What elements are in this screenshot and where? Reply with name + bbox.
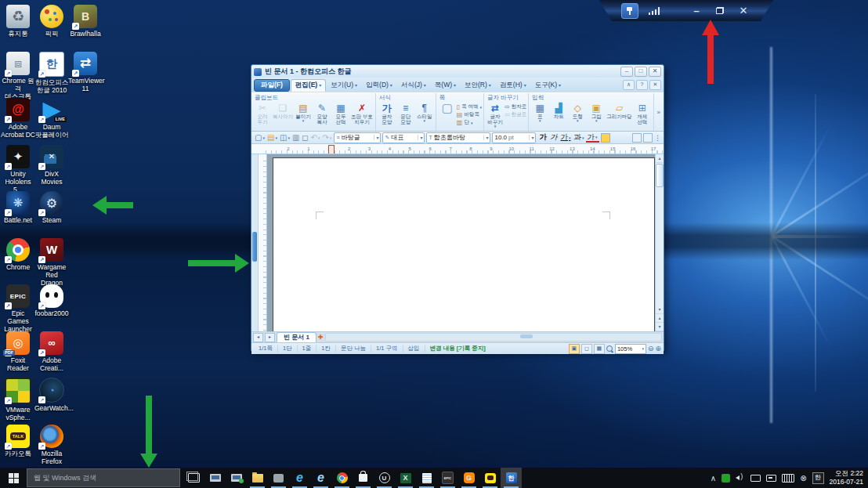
desktop-icon-steam[interactable]: ⚙↗Steam xyxy=(34,191,69,224)
help-button[interactable]: ? xyxy=(636,80,648,90)
ribbon-item-select-all[interactable]: ▦모두 선택 xyxy=(331,103,350,125)
taskbar-app-internet-explorer[interactable]: e xyxy=(310,468,331,488)
char-format-button-2[interactable]: 가 xyxy=(548,132,559,143)
left-scrollbar[interactable] xyxy=(251,154,259,331)
taskbar-app-chrome[interactable] xyxy=(331,468,353,488)
taskbar-app-network-pc[interactable] xyxy=(226,468,247,488)
ribbon-collapse-button[interactable]: ∧ xyxy=(623,80,635,90)
taskbar-app-kakaotalk[interactable] xyxy=(479,468,501,488)
tab-nav-left-button[interactable]: ◂ xyxy=(253,333,263,342)
taskbar-app-settings-gray[interactable] xyxy=(268,468,289,488)
font-select[interactable]: T함초롬바탕▾ xyxy=(426,132,490,143)
print-button[interactable]: ▥ xyxy=(291,133,300,142)
ribbon-item-page[interactable]: ▢ xyxy=(438,103,457,114)
tray-shield-x-icon[interactable]: ⊗ xyxy=(800,474,806,483)
tray-display-chat-icon[interactable] xyxy=(766,475,776,482)
desktop-icon-foxit[interactable]: ◎↗PDFFoxit Reader xyxy=(1,331,35,372)
horizontal-scrollbar-thumb[interactable] xyxy=(520,334,533,338)
desktop-icon-potplayer[interactable]: ▶↗LIVEDaum 팟플레이어 xyxy=(34,98,69,139)
desktop-icon-acrobat[interactable]: @↗Adobe Acrobat DC xyxy=(1,98,35,139)
taskbar-app-task-view[interactable] xyxy=(183,468,204,488)
ribbon-item-to-hangul[interactable]: ⇦한글로 xyxy=(505,111,526,118)
previous-page-button[interactable]: ▴ xyxy=(656,314,664,323)
desktop-icon-vmware[interactable]: ↗VMware vSphe... xyxy=(1,378,35,421)
desktop-icon-adobecc[interactable]: ∞↗Adobe Creati... xyxy=(34,331,69,372)
char-format-button-4[interactable]: 과▾ xyxy=(573,132,586,143)
taskbar-clock[interactable]: 오전 2:22 2016-07-21 xyxy=(830,469,863,486)
connection-quality-button[interactable] xyxy=(646,4,662,18)
ribbon-item-char-convert[interactable]: ⇄글자 바꾸기▾ xyxy=(486,103,505,129)
right-scrollbar[interactable]: ▴ ▾ ▴ ▾ xyxy=(655,154,664,331)
char-format-button-5[interactable]: 가▾ xyxy=(586,133,599,143)
desktop-icon-chrome-remote[interactable]: ⧈↗Chrome 원격 데스크톱 xyxy=(1,52,35,101)
window-titlebar[interactable]: 빈 문서 1 - 한컴오피스 한글 – □ ✕ xyxy=(251,65,664,78)
ribbon-item-style[interactable]: ¶스타일▾ xyxy=(415,103,434,124)
zoom-level-select[interactable]: 105%▾ xyxy=(615,344,646,354)
desktop-icon-firefox[interactable]: ↗Mozilla Firefox xyxy=(34,425,69,465)
taskbar-app-epic[interactable]: EPIC xyxy=(437,468,458,488)
desktop-icon-battlenet[interactable]: ❋↗Battle.net xyxy=(1,191,35,224)
ruler-origin-marker[interactable] xyxy=(328,145,335,154)
desktop-icon-foobar[interactable]: ↗foobar2000 xyxy=(34,284,69,317)
taskbar-app-unreal[interactable]: U xyxy=(374,468,395,488)
tab-nav-right-button[interactable]: ▸ xyxy=(265,333,275,342)
desktop-icon-chrome-browser[interactable]: ↗Chrome xyxy=(1,238,35,271)
ribbon-item-shape[interactable]: ◇도형▾ xyxy=(568,103,587,124)
document-page[interactable] xyxy=(273,157,655,331)
ribbon-item-chart[interactable]: ▟차트 xyxy=(549,103,568,119)
scroll-down-button[interactable]: ▾ xyxy=(656,305,664,314)
toolbar-restore-button[interactable] xyxy=(712,4,728,18)
undo-button[interactable]: ↶▾ xyxy=(310,133,321,142)
taskbar-search-input[interactable]: 웹 및 Windows 검색 xyxy=(27,468,180,487)
start-button[interactable] xyxy=(0,468,27,488)
ribbon-item-table[interactable]: ▦표▾ xyxy=(530,103,549,124)
toolbar-overflow-icon[interactable]: ⋮ xyxy=(654,134,661,142)
desktop-icon-divx[interactable]: ✕↗DivX Movies xyxy=(34,145,69,186)
highlight-color-button[interactable] xyxy=(601,133,610,143)
char-format-button-1[interactable]: 가 xyxy=(537,132,548,143)
window-maximize-button[interactable]: □ xyxy=(635,67,647,77)
next-page-button[interactable]: ▾ xyxy=(656,323,664,331)
zoom-magnifier-icon[interactable] xyxy=(606,345,613,352)
ribbon-item-to-hanja[interactable]: ⇨한자로 xyxy=(505,103,526,110)
taskbar-app-g-player[interactable]: G xyxy=(458,468,479,488)
outline-select[interactable]: ✎대표▾ xyxy=(382,132,425,143)
tray-chevron-icon[interactable]: ∧ xyxy=(711,474,716,483)
tray-keyboard-icon[interactable] xyxy=(782,474,794,483)
ribbon-overflow-button[interactable]: » xyxy=(654,93,664,131)
horizontal-scrollbar[interactable] xyxy=(325,333,662,342)
desktop-icon-picpick[interactable]: 픽픽 xyxy=(34,5,69,38)
ribbon-item-paste[interactable]: ▤붙이기▾ xyxy=(294,103,313,124)
ribbon-item-format-copy[interactable]: ✎모양 복사 xyxy=(313,103,331,125)
menu-item-4[interactable]: 입력(D)▾ xyxy=(362,80,396,91)
style-select[interactable]: ≡바탕글▾ xyxy=(334,132,381,143)
toolbar-close-button[interactable]: ✕ xyxy=(736,4,751,18)
view-mode-wide-button[interactable]: ◻ xyxy=(581,344,592,354)
desktop-icon-brawlhalla[interactable]: B↗Brawlhalla xyxy=(68,5,103,38)
zoom-in-button[interactable]: ⊕ xyxy=(655,345,661,352)
taskbar-app-file-explorer[interactable] xyxy=(247,468,268,488)
menu-item-1[interactable]: 파일(F) xyxy=(254,79,290,92)
ribbon-item-columns[interactable]: ▥단▾ xyxy=(457,119,482,126)
taskbar-app-hangul[interactable]: 한 xyxy=(501,468,522,488)
desktop-icon-unity[interactable]: ✦↗Unity Hololens 5... xyxy=(1,145,35,194)
menu-item-6[interactable]: 쪽(W)▾ xyxy=(431,80,460,91)
toolbar-minimize-button[interactable]: – xyxy=(689,4,704,18)
preview-button[interactable]: ◻ xyxy=(301,133,309,142)
ribbon-item-clipart[interactable]: ▱그리기마당 xyxy=(606,103,633,119)
open-button[interactable]: ▤▾ xyxy=(266,133,278,142)
ribbon-item-erase-marks[interactable]: ✗조판 부호 지우기 xyxy=(350,103,374,125)
desktop-icon-teamviewer[interactable]: ⇄↗TeamViewer 11 xyxy=(68,52,103,92)
ribbon-item-object-select[interactable]: ⊞개체 선택 xyxy=(633,103,652,125)
track-changes-status[interactable]: 변경 내용 [기록 중지] xyxy=(425,345,490,352)
ribbon-item-para-shape[interactable]: ≡문단 모양 xyxy=(396,103,415,125)
desktop-icon-recycle-bin[interactable]: ♻휴지통 xyxy=(1,5,35,38)
horizontal-ruler[interactable]: 211234567891011121314151617 xyxy=(251,144,664,154)
window-minimize-button[interactable]: – xyxy=(620,67,633,77)
ribbon-item-picture[interactable]: ▣그림▾ xyxy=(587,103,606,124)
char-format-button-3[interactable]: 가▾ xyxy=(559,132,572,143)
taskbar-app-excel[interactable]: X xyxy=(395,468,416,488)
menu-item-9[interactable]: 도구(K)▾ xyxy=(531,80,565,91)
ribbon-item-char-shape[interactable]: 가글자 모양 xyxy=(378,103,396,125)
taskbar-app-windows-store[interactable] xyxy=(353,468,374,488)
